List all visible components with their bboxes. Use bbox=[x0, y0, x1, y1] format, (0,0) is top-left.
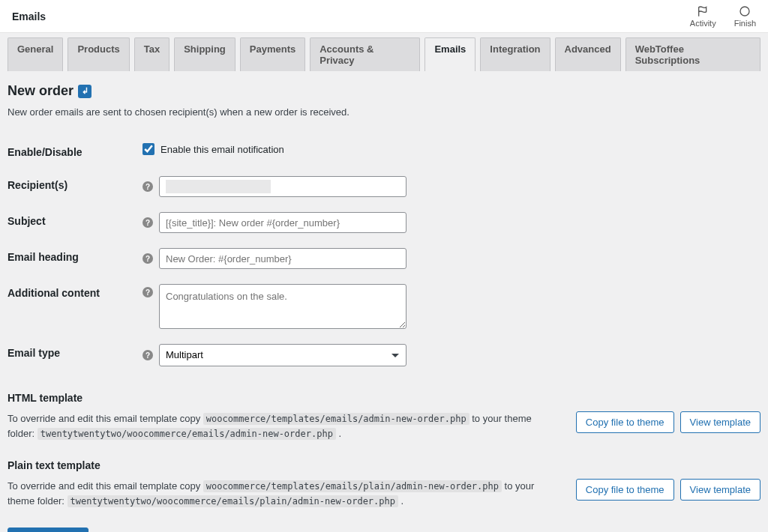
help-icon[interactable]: ? bbox=[142, 287, 153, 297]
html-template-title: HTML template bbox=[8, 392, 760, 404]
activity-button[interactable]: Activity bbox=[690, 5, 716, 28]
plain-template-title: Plain text template bbox=[8, 459, 760, 471]
svg-point-0 bbox=[740, 7, 749, 16]
tab-shipping[interactable]: Shipping bbox=[174, 37, 236, 71]
tab-products[interactable]: Products bbox=[68, 37, 129, 71]
page-title: New order bbox=[8, 83, 74, 99]
tab-integration[interactable]: Integration bbox=[480, 37, 550, 71]
tab-emails[interactable]: Emails bbox=[424, 37, 476, 71]
tab-accounts[interactable]: Accounts & Privacy bbox=[310, 37, 420, 71]
html-template-text: To override and edit this email template… bbox=[8, 411, 561, 441]
flag-icon bbox=[696, 5, 710, 17]
field-label-recipients: Recipient(s) bbox=[8, 169, 142, 205]
field-label-type: Email type bbox=[8, 336, 142, 374]
topbar-title: Emails bbox=[12, 10, 46, 22]
tab-payments[interactable]: Payments bbox=[240, 37, 305, 71]
copy-file-button[interactable]: Copy file to theme bbox=[576, 411, 674, 433]
tab-webtoffee[interactable]: WebToffee Subscriptions bbox=[626, 37, 760, 71]
field-label-subject: Subject bbox=[8, 205, 142, 241]
plain-template-section: Plain text template To override and edit… bbox=[8, 459, 760, 509]
tabs: GeneralProductsTaxShippingPaymentsAccoun… bbox=[0, 33, 768, 71]
subject-input[interactable] bbox=[159, 212, 406, 233]
recipients-input[interactable] bbox=[159, 176, 406, 197]
plain-template-text: To override and edit this email template… bbox=[8, 479, 561, 509]
finish-button[interactable]: Finish bbox=[734, 5, 756, 28]
save-button[interactable]: Save changes bbox=[8, 528, 88, 532]
content: New order ↲ New order emails are sent to… bbox=[0, 71, 768, 532]
heading-input[interactable] bbox=[159, 248, 406, 269]
copy-file-button[interactable]: Copy file to theme bbox=[576, 479, 674, 501]
topbar-icons: Activity Finish bbox=[690, 5, 756, 28]
help-icon[interactable]: ? bbox=[142, 350, 153, 360]
email-type-select[interactable]: Multipart bbox=[159, 344, 406, 366]
field-label-enable: Enable/Disable bbox=[8, 136, 142, 169]
help-icon[interactable]: ? bbox=[142, 181, 153, 192]
circle-icon bbox=[738, 5, 752, 17]
help-icon[interactable]: ? bbox=[142, 253, 153, 264]
view-template-button[interactable]: View template bbox=[680, 411, 760, 433]
help-icon[interactable]: ? bbox=[142, 217, 153, 228]
tab-general[interactable]: General bbox=[8, 37, 63, 71]
tab-tax[interactable]: Tax bbox=[134, 37, 170, 71]
enable-checkbox-label[interactable]: Enable this email notification bbox=[160, 144, 284, 155]
settings-form: Enable/Disable Enable this email notific… bbox=[8, 136, 760, 374]
additional-content-textarea[interactable] bbox=[159, 284, 406, 329]
enable-checkbox[interactable] bbox=[142, 143, 154, 155]
page-description: New order emails are sent to chosen reci… bbox=[8, 106, 760, 118]
back-icon[interactable]: ↲ bbox=[78, 85, 92, 98]
field-label-heading: Email heading bbox=[8, 241, 142, 276]
topbar: Emails Activity Finish bbox=[0, 0, 768, 33]
html-template-section: HTML template To override and edit this … bbox=[8, 392, 760, 441]
field-label-additional: Additional content bbox=[8, 276, 142, 336]
view-template-button[interactable]: View template bbox=[680, 479, 760, 501]
tab-advanced[interactable]: Advanced bbox=[555, 37, 621, 71]
